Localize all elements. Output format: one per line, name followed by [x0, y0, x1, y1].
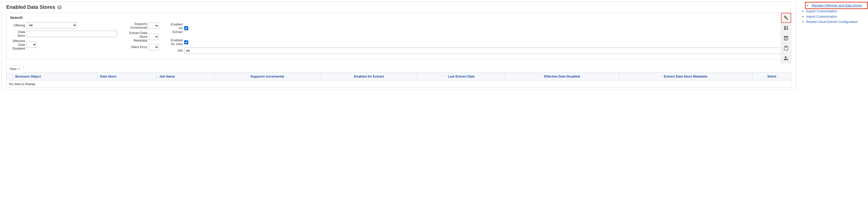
data-table: . Business Object Data Store Job Name Su… [6, 72, 792, 88]
import-customization-link[interactable]: Import Customization [806, 15, 837, 18]
effective-date-disabled-select[interactable] [27, 42, 37, 48]
effective-date-disabled-label: Effective Date Disabled [10, 39, 25, 50]
calendar-icon[interactable] [781, 33, 791, 43]
extract-data-store-metadata-select[interactable] [149, 34, 159, 40]
link-import-customization: Import Customization [806, 15, 867, 18]
col-data-store[interactable]: Data Store [97, 72, 157, 80]
search-panel: Search Offering All Data Store [6, 12, 792, 59]
col-silent[interactable]: Silent [752, 72, 792, 80]
col-extract-data-store-metadata[interactable]: Extract Data Store Metadata [619, 72, 752, 80]
enabled-for-extract-checkbox[interactable] [184, 26, 188, 30]
search-title: Search [10, 16, 787, 20]
offering-select[interactable]: All [27, 22, 77, 28]
user-settings-icon[interactable] [781, 53, 791, 63]
view-menu[interactable]: View ▼ [6, 65, 24, 73]
col-business-object[interactable]: Business Object [12, 72, 97, 80]
manage-icon[interactable] [781, 23, 791, 33]
col-enabled-for-extract[interactable]: Enabled for Extract [321, 72, 417, 80]
view-label: View [9, 67, 17, 71]
enabled-for-jobs-label: Enabled for Jobs [169, 38, 183, 46]
data-store-label: Data Store [10, 30, 25, 37]
no-data-message: No data to display. [6, 80, 792, 87]
chevron-down-icon: ▼ [18, 68, 20, 70]
review-config-link[interactable]: Review Cloud Extract Configuration [806, 20, 858, 24]
silent-error-select[interactable] [149, 44, 159, 50]
extract-data-store-metadata-label: Extract Data Store Metadata [127, 31, 147, 43]
help-icon[interactable]: ? [57, 5, 62, 9]
link-manage-offerings: Manage Offerings and Data Stores [806, 3, 867, 8]
page-title: Enabled Data Stores [6, 4, 55, 10]
supports-incremental-select[interactable] [149, 23, 159, 29]
clipboard-icon[interactable] [781, 43, 791, 53]
row-selector-header: . [6, 72, 13, 80]
enabled-for-jobs-checkbox[interactable] [184, 40, 188, 44]
data-store-input[interactable] [27, 31, 117, 37]
silent-error-label: Silent Error [127, 45, 147, 49]
right-links-panel: Manage Offerings and Data Stores Export … [801, 1, 867, 90]
offering-label: Offering [10, 23, 25, 27]
job-input[interactable] [184, 48, 787, 54]
main-panel: Enabled Data Stores ? Search Offering Al… [1, 1, 796, 90]
col-job-name[interactable]: Job Name [157, 72, 214, 80]
job-label: Job [169, 49, 183, 53]
link-review-config: Review Cloud Extract Configuration [806, 20, 867, 24]
col-supports-incremental[interactable]: Supports Incremental [214, 72, 321, 80]
tools-icon[interactable] [781, 13, 791, 23]
col-effective-date-disabled[interactable]: Effective Date Disabled [505, 72, 619, 80]
side-toolbar [781, 12, 792, 63]
export-customization-link[interactable]: Export Customization [806, 9, 837, 13]
manage-offerings-link[interactable]: Manage Offerings and Data Stores [812, 3, 862, 7]
col-last-extract-date[interactable]: Last Extract Date [417, 72, 505, 80]
link-export-customization: Export Customization [806, 9, 867, 13]
enabled-for-extract-label: Enabled for Extract [169, 23, 183, 34]
supports-incremental-label: Supports Incremental [127, 22, 147, 30]
